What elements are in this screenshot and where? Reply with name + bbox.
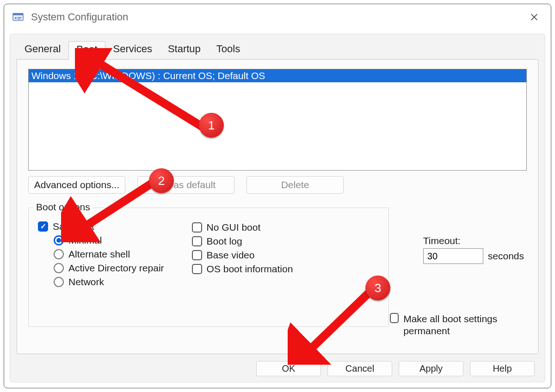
radio-network[interactable]: Network — [54, 276, 164, 288]
system-configuration-window: System Configuration General Boot Servic… — [4, 4, 551, 388]
radio-alternate-shell[interactable]: Alternate shell — [54, 249, 164, 260]
checkbox-icon — [38, 221, 48, 232]
timeout-block: Timeout: seconds — [423, 235, 524, 264]
base-video-checkbox[interactable]: Base video — [192, 250, 293, 261]
radio-label: Network — [68, 276, 104, 288]
dialog-buttons: OK Cancel Apply Help — [256, 361, 535, 376]
timeout-input[interactable] — [423, 248, 483, 264]
advanced-options-button[interactable]: Advanced options... — [28, 176, 125, 194]
client-area: General Boot Services Startup Tools Wind… — [10, 34, 545, 382]
radio-icon — [54, 277, 64, 287]
radio-icon — [54, 235, 64, 245]
close-button[interactable] — [525, 8, 543, 26]
tab-tools[interactable]: Tools — [209, 41, 248, 59]
tab-boot[interactable]: Boot — [68, 41, 105, 60]
tab-strip: General Boot Services Startup Tools — [17, 41, 248, 59]
checkbox-icon — [192, 250, 202, 260]
checkbox-label: No GUI boot — [207, 222, 261, 233]
checkbox-label: Boot log — [207, 236, 242, 247]
boot-options-legend: Boot options — [33, 202, 93, 213]
close-icon — [530, 13, 538, 21]
no-gui-boot-checkbox[interactable]: No GUI boot — [192, 222, 293, 233]
svg-rect-4 — [18, 18, 20, 19]
checkbox-icon — [192, 222, 202, 233]
permanent-checkbox[interactable]: Make all boot settings permanent — [390, 313, 524, 337]
cancel-button[interactable]: Cancel — [327, 361, 392, 376]
permanent-label: Make all boot settings permanent — [403, 313, 524, 337]
radio-label: Alternate shell — [68, 249, 130, 260]
svg-rect-1 — [13, 13, 23, 15]
help-button[interactable]: Help — [470, 361, 535, 376]
col-left: Safe boot Minimal Alternate shell A — [38, 218, 164, 290]
svg-point-2 — [15, 17, 17, 19]
os-boot-info-checkbox[interactable]: OS boot information — [192, 263, 293, 275]
delete-button[interactable]: Delete — [247, 176, 344, 194]
checkbox-label: OS boot information — [207, 263, 293, 275]
ok-button[interactable]: OK — [256, 361, 321, 376]
checkbox-label: Base video — [207, 250, 255, 261]
os-buttons-row: Advanced options... Set as default Delet… — [28, 176, 527, 194]
annotation-callout-3: 3 — [365, 276, 390, 300]
radio-label: Active Directory repair — [68, 263, 164, 274]
checkbox-icon — [192, 264, 202, 274]
radio-ad-repair[interactable]: Active Directory repair — [54, 263, 164, 274]
os-list[interactable]: Windows 11 (C:\WINDOWS) : Current OS; De… — [28, 69, 527, 171]
boot-options-group: Boot options Safe boot Minimal — [28, 208, 389, 327]
radio-label: Minimal — [68, 235, 102, 246]
timeout-unit: seconds — [488, 251, 524, 262]
boot-log-checkbox[interactable]: Boot log — [192, 236, 293, 247]
msconfig-icon — [12, 11, 25, 24]
annotation-callout-1: 1 — [199, 113, 224, 138]
apply-button[interactable]: Apply — [399, 361, 463, 376]
tab-services[interactable]: Services — [105, 41, 160, 59]
tab-general[interactable]: General — [17, 41, 68, 59]
svg-rect-3 — [18, 17, 22, 18]
tab-startup[interactable]: Startup — [160, 41, 209, 59]
boot-tab-page: Windows 11 (C:\WINDOWS) : Current OS; De… — [17, 59, 538, 354]
radio-minimal[interactable]: Minimal — [54, 235, 164, 246]
radio-icon — [54, 249, 64, 259]
titlebar: System Configuration — [4, 4, 551, 30]
col-right: No GUI boot Boot log Base video OS — [192, 218, 293, 290]
safe-boot-checkbox[interactable]: Safe boot — [38, 221, 164, 232]
annotation-callout-2: 2 — [149, 168, 174, 193]
os-list-entry[interactable]: Windows 11 (C:\WINDOWS) : Current OS; De… — [29, 69, 526, 82]
checkbox-icon — [192, 236, 202, 246]
safe-boot-label: Safe boot — [53, 221, 94, 232]
radio-icon — [54, 263, 64, 273]
checkbox-icon — [390, 313, 399, 323]
timeout-label: Timeout: — [423, 235, 524, 246]
window-title: System Configuration — [31, 11, 128, 23]
